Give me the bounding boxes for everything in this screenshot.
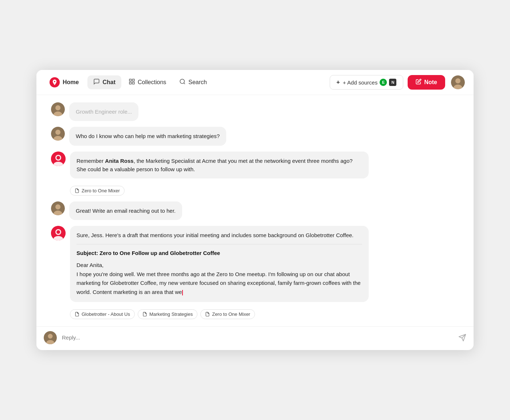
source-tags-row-2: Zero to One Mixer xyxy=(70,186,459,196)
user-message-1: Who do I know who can help me with marke… xyxy=(51,127,459,145)
svg-rect-3 xyxy=(133,82,134,84)
header: Home Chat Collections xyxy=(36,70,474,95)
svg-point-4 xyxy=(180,79,185,83)
user-avatar-msg1 xyxy=(51,127,65,141)
ai-msg2-bold: Anita Ross xyxy=(105,158,133,164)
note-label: Note xyxy=(424,79,437,86)
document-icon xyxy=(75,188,79,193)
truncated-text: Growth Engineer role... xyxy=(76,109,132,115)
ai-msg4-intro: Sure, Jess. Here's a draft that mentions… xyxy=(76,231,362,239)
typing-cursor xyxy=(182,290,183,295)
email-body: Dear Anita,I hope you're doing well. We … xyxy=(76,261,362,297)
chat-label: Chat xyxy=(102,79,115,86)
user-avatar-msg0 xyxy=(51,102,65,116)
add-sources-button[interactable]: + + Add sources E N xyxy=(330,75,404,90)
user-message-3: Great! Write an email reaching out to he… xyxy=(51,201,459,220)
add-sources-label: + Add sources xyxy=(343,79,377,86)
svg-point-23 xyxy=(56,230,60,234)
source-tag-zero-to-one-2[interactable]: Zero to One Mixer xyxy=(200,309,255,319)
svg-point-6 xyxy=(455,78,460,83)
document-icon-1 xyxy=(75,312,79,317)
chat-icon xyxy=(93,78,100,86)
edit-icon xyxy=(416,79,421,86)
truncated-message-row: Growth Engineer role... xyxy=(51,102,459,121)
search-label: Search xyxy=(188,79,207,86)
svg-rect-1 xyxy=(133,79,134,81)
email-divider xyxy=(76,244,362,244)
search-icon xyxy=(179,78,186,86)
home-label: Home xyxy=(63,79,79,86)
reply-input[interactable] xyxy=(60,332,455,343)
ai-avatar-msg2 xyxy=(51,152,66,166)
chat-area: Growth Engineer role... Who do I know wh… xyxy=(36,95,474,326)
svg-point-26 xyxy=(48,334,53,338)
note-button[interactable]: Note xyxy=(408,75,445,90)
source-tag-marketing[interactable]: Marketing Strategies xyxy=(138,309,197,319)
input-bar xyxy=(36,326,474,350)
chat-nav-item[interactable]: Chat xyxy=(87,75,121,89)
user-avatar[interactable] xyxy=(451,75,465,89)
truncated-bubble: Growth Engineer role... xyxy=(69,102,138,121)
app-window: Home Chat Collections xyxy=(36,70,474,350)
input-user-avatar xyxy=(44,331,57,344)
user-avatar-msg3 xyxy=(51,201,65,215)
ai-message-4: Sure, Jess. Here's a draft that mentions… xyxy=(51,226,459,302)
source-tag-label: Zero to One Mixer xyxy=(82,188,120,193)
home-logo-icon xyxy=(50,77,60,87)
user-bubble-3: Great! Write an email reaching out to he… xyxy=(69,201,182,220)
source-tag-marketing-label: Marketing Strategies xyxy=(149,311,193,317)
evernote-icon: E xyxy=(380,79,387,86)
ai-msg2-intro: Remember xyxy=(76,158,105,164)
svg-rect-2 xyxy=(129,82,131,84)
collections-nav-item[interactable]: Collections xyxy=(123,75,172,89)
source-tag-globetrotter-label: Globetrotter - About Us xyxy=(82,311,130,317)
user-message-3-text: Great! Write an email reaching out to he… xyxy=(76,208,176,214)
email-subject: Subject: Zero to One Follow up and Globe… xyxy=(76,249,362,257)
source-tags-row-4: Globetrotter - About Us Marketing Strate… xyxy=(70,309,459,319)
svg-point-9 xyxy=(55,105,60,110)
home-nav-item[interactable]: Home xyxy=(45,74,83,90)
source-tag-zero-to-one-label-2: Zero to One Mixer xyxy=(212,311,250,317)
ai-message-2: Remember Anita Ross, the Marketing Speci… xyxy=(51,152,459,179)
send-icon xyxy=(458,334,466,342)
svg-point-19 xyxy=(55,204,60,209)
svg-point-16 xyxy=(56,156,60,160)
collections-icon xyxy=(129,78,135,86)
source-tag-globetrotter[interactable]: Globetrotter - About Us xyxy=(70,309,135,319)
send-button[interactable] xyxy=(458,334,466,342)
ai-bubble-4: Sure, Jess. Here's a draft that mentions… xyxy=(70,226,369,302)
notion-icon: N xyxy=(389,79,396,86)
source-tag-zero-to-one[interactable]: Zero to One Mixer xyxy=(70,186,125,196)
ai-bubble-2: Remember Anita Ross, the Marketing Speci… xyxy=(70,152,369,179)
add-icon: + xyxy=(337,79,340,86)
document-icon-2 xyxy=(142,312,147,317)
svg-point-12 xyxy=(55,130,60,135)
user-bubble-1: Who do I know who can help me with marke… xyxy=(69,127,226,145)
collections-label: Collections xyxy=(138,79,166,86)
search-nav-item[interactable]: Search xyxy=(173,75,213,89)
user-message-1-text: Who do I know who can help me with marke… xyxy=(76,133,220,139)
document-icon-3 xyxy=(205,312,210,317)
svg-rect-0 xyxy=(129,79,131,81)
ai-avatar-msg4 xyxy=(51,226,66,240)
